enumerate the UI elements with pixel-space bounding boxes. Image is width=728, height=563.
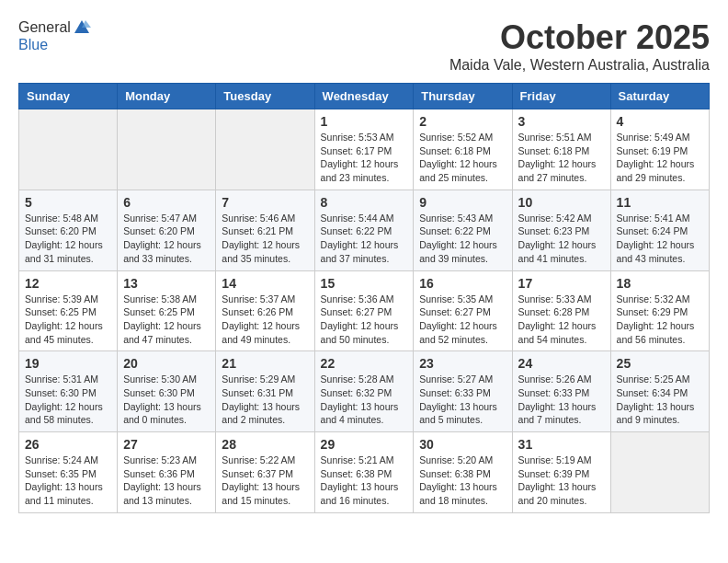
calendar-cell: 18Sunrise: 5:32 AM Sunset: 6:29 PM Dayli… xyxy=(610,270,709,351)
calendar-header-wednesday: Wednesday xyxy=(314,84,414,109)
calendar-header-monday: Monday xyxy=(118,84,216,109)
day-number: 10 xyxy=(518,195,605,210)
day-number: 12 xyxy=(25,276,111,291)
day-number: 21 xyxy=(222,356,308,371)
calendar-cell: 10Sunrise: 5:42 AM Sunset: 6:23 PM Dayli… xyxy=(512,190,610,270)
day-number: 24 xyxy=(518,356,605,371)
day-info: Sunrise: 5:19 AM Sunset: 6:39 PM Dayligh… xyxy=(518,454,605,508)
day-info: Sunrise: 5:37 AM Sunset: 6:26 PM Dayligh… xyxy=(222,293,308,347)
title-section: October 2025 Maida Vale, Western Austral… xyxy=(449,18,710,74)
calendar-cell: 2Sunrise: 5:52 AM Sunset: 6:18 PM Daylig… xyxy=(414,109,512,190)
day-number: 31 xyxy=(518,437,605,452)
calendar-cell: 22Sunrise: 5:28 AM Sunset: 6:32 PM Dayli… xyxy=(314,351,414,432)
day-info: Sunrise: 5:33 AM Sunset: 6:28 PM Dayligh… xyxy=(518,293,605,347)
day-number: 23 xyxy=(419,356,506,371)
calendar-cell xyxy=(610,432,709,513)
day-info: Sunrise: 5:43 AM Sunset: 6:22 PM Dayligh… xyxy=(419,212,506,266)
logo-icon xyxy=(73,18,91,37)
calendar-cell: 13Sunrise: 5:38 AM Sunset: 6:25 PM Dayli… xyxy=(118,270,216,351)
day-info: Sunrise: 5:44 AM Sunset: 6:22 PM Dayligh… xyxy=(321,212,408,266)
day-number: 17 xyxy=(518,276,605,291)
calendar-cell: 15Sunrise: 5:36 AM Sunset: 6:27 PM Dayli… xyxy=(314,270,414,351)
calendar-cell: 6Sunrise: 5:47 AM Sunset: 6:20 PM Daylig… xyxy=(118,190,216,270)
calendar-cell: 1Sunrise: 5:53 AM Sunset: 6:17 PM Daylig… xyxy=(314,109,414,190)
day-number: 18 xyxy=(617,276,703,291)
calendar-header-saturday: Saturday xyxy=(610,84,709,109)
calendar-week-row: 5Sunrise: 5:48 AM Sunset: 6:20 PM Daylig… xyxy=(19,190,710,270)
calendar-cell: 12Sunrise: 5:39 AM Sunset: 6:25 PM Dayli… xyxy=(19,270,118,351)
calendar-cell xyxy=(118,109,216,190)
calendar-cell: 4Sunrise: 5:49 AM Sunset: 6:19 PM Daylig… xyxy=(610,109,709,190)
day-info: Sunrise: 5:22 AM Sunset: 6:37 PM Dayligh… xyxy=(222,454,308,508)
day-number: 30 xyxy=(419,437,506,452)
day-number: 2 xyxy=(419,114,506,129)
calendar-cell: 9Sunrise: 5:43 AM Sunset: 6:22 PM Daylig… xyxy=(414,190,512,270)
day-number: 5 xyxy=(25,195,111,210)
calendar-header-row: SundayMondayTuesdayWednesdayThursdayFrid… xyxy=(19,84,710,109)
calendar-header-thursday: Thursday xyxy=(414,84,512,109)
calendar-cell: 23Sunrise: 5:27 AM Sunset: 6:33 PM Dayli… xyxy=(414,351,512,432)
calendar-header-sunday: Sunday xyxy=(19,84,118,109)
calendar-cell: 30Sunrise: 5:20 AM Sunset: 6:38 PM Dayli… xyxy=(414,432,512,513)
day-number: 25 xyxy=(617,356,703,371)
day-info: Sunrise: 5:39 AM Sunset: 6:25 PM Dayligh… xyxy=(25,293,111,347)
calendar-week-row: 1Sunrise: 5:53 AM Sunset: 6:17 PM Daylig… xyxy=(19,109,710,190)
day-info: Sunrise: 5:28 AM Sunset: 6:32 PM Dayligh… xyxy=(321,373,408,427)
day-info: Sunrise: 5:38 AM Sunset: 6:25 PM Dayligh… xyxy=(123,293,210,347)
calendar-cell: 7Sunrise: 5:46 AM Sunset: 6:21 PM Daylig… xyxy=(216,190,314,270)
logo: General Blue xyxy=(18,18,91,53)
location-title: Maida Vale, Western Australia, Australia xyxy=(449,57,710,74)
day-number: 7 xyxy=(222,195,308,210)
day-number: 15 xyxy=(321,276,408,291)
day-info: Sunrise: 5:27 AM Sunset: 6:33 PM Dayligh… xyxy=(419,373,506,427)
day-info: Sunrise: 5:30 AM Sunset: 6:30 PM Dayligh… xyxy=(123,373,210,427)
day-number: 13 xyxy=(123,276,210,291)
day-number: 1 xyxy=(321,114,408,129)
calendar-week-row: 12Sunrise: 5:39 AM Sunset: 6:25 PM Dayli… xyxy=(19,270,710,351)
calendar-cell xyxy=(19,109,118,190)
calendar-cell: 27Sunrise: 5:23 AM Sunset: 6:36 PM Dayli… xyxy=(118,432,216,513)
calendar-cell: 16Sunrise: 5:35 AM Sunset: 6:27 PM Dayli… xyxy=(414,270,512,351)
day-number: 8 xyxy=(321,195,408,210)
day-info: Sunrise: 5:52 AM Sunset: 6:18 PM Dayligh… xyxy=(419,131,506,185)
calendar-cell: 5Sunrise: 5:48 AM Sunset: 6:20 PM Daylig… xyxy=(19,190,118,270)
day-number: 16 xyxy=(419,276,506,291)
day-info: Sunrise: 5:31 AM Sunset: 6:30 PM Dayligh… xyxy=(25,373,111,427)
calendar-cell: 14Sunrise: 5:37 AM Sunset: 6:26 PM Dayli… xyxy=(216,270,314,351)
day-number: 26 xyxy=(25,437,111,452)
day-info: Sunrise: 5:51 AM Sunset: 6:18 PM Dayligh… xyxy=(518,131,605,185)
day-info: Sunrise: 5:35 AM Sunset: 6:27 PM Dayligh… xyxy=(419,293,506,347)
day-info: Sunrise: 5:41 AM Sunset: 6:24 PM Dayligh… xyxy=(617,212,703,266)
calendar-cell: 17Sunrise: 5:33 AM Sunset: 6:28 PM Dayli… xyxy=(512,270,610,351)
calendar-body: 1Sunrise: 5:53 AM Sunset: 6:17 PM Daylig… xyxy=(19,109,710,513)
calendar-cell: 3Sunrise: 5:51 AM Sunset: 6:18 PM Daylig… xyxy=(512,109,610,190)
calendar-cell: 26Sunrise: 5:24 AM Sunset: 6:35 PM Dayli… xyxy=(19,432,118,513)
day-info: Sunrise: 5:49 AM Sunset: 6:19 PM Dayligh… xyxy=(617,131,703,185)
calendar-cell: 21Sunrise: 5:29 AM Sunset: 6:31 PM Dayli… xyxy=(216,351,314,432)
day-info: Sunrise: 5:47 AM Sunset: 6:20 PM Dayligh… xyxy=(123,212,210,266)
day-number: 3 xyxy=(518,114,605,129)
day-info: Sunrise: 5:21 AM Sunset: 6:38 PM Dayligh… xyxy=(321,454,408,508)
calendar-cell: 8Sunrise: 5:44 AM Sunset: 6:22 PM Daylig… xyxy=(314,190,414,270)
calendar-week-row: 26Sunrise: 5:24 AM Sunset: 6:35 PM Dayli… xyxy=(19,432,710,513)
day-info: Sunrise: 5:29 AM Sunset: 6:31 PM Dayligh… xyxy=(222,373,308,427)
day-number: 20 xyxy=(123,356,210,371)
calendar-cell: 19Sunrise: 5:31 AM Sunset: 6:30 PM Dayli… xyxy=(19,351,118,432)
day-info: Sunrise: 5:46 AM Sunset: 6:21 PM Dayligh… xyxy=(222,212,308,266)
day-number: 29 xyxy=(321,437,408,452)
day-number: 22 xyxy=(321,356,408,371)
calendar-table: SundayMondayTuesdayWednesdayThursdayFrid… xyxy=(18,83,710,513)
day-info: Sunrise: 5:20 AM Sunset: 6:38 PM Dayligh… xyxy=(419,454,506,508)
calendar-cell: 25Sunrise: 5:25 AM Sunset: 6:34 PM Dayli… xyxy=(610,351,709,432)
calendar-week-row: 19Sunrise: 5:31 AM Sunset: 6:30 PM Dayli… xyxy=(19,351,710,432)
day-number: 14 xyxy=(222,276,308,291)
day-number: 9 xyxy=(419,195,506,210)
calendar-cell: 31Sunrise: 5:19 AM Sunset: 6:39 PM Dayli… xyxy=(512,432,610,513)
calendar-cell: 11Sunrise: 5:41 AM Sunset: 6:24 PM Dayli… xyxy=(610,190,709,270)
page-header: General Blue October 2025 Maida Vale, We… xyxy=(18,18,710,74)
day-number: 27 xyxy=(123,437,210,452)
day-info: Sunrise: 5:26 AM Sunset: 6:33 PM Dayligh… xyxy=(518,373,605,427)
day-number: 6 xyxy=(123,195,210,210)
day-number: 19 xyxy=(25,356,111,371)
calendar-cell xyxy=(216,109,314,190)
